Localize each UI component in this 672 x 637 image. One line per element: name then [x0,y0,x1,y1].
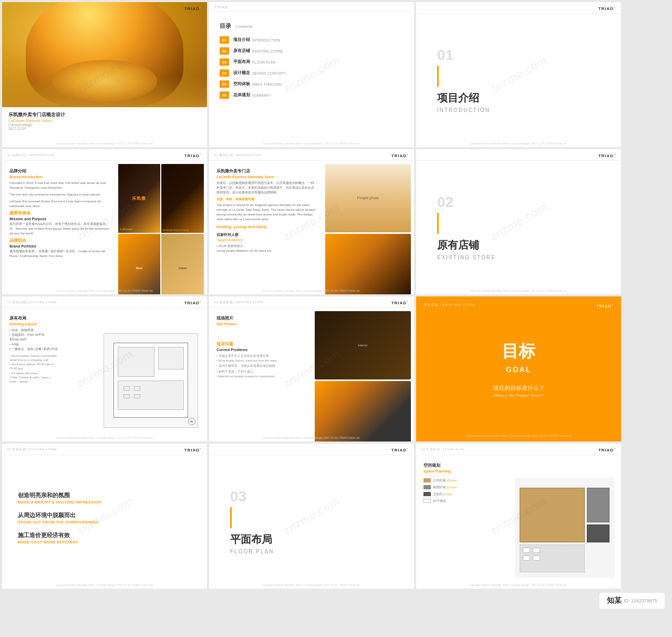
goal-2-en: STAND OUT FROM THE SURROUNDINGS [18,520,101,524]
toc-item-6: 06 总体规划 SUMMARY [220,91,404,99]
mission-text: 成为世界一流美食Pizza的公司，给客户美好的生活，快乐满满更多高兴。Becom… [9,222,110,236]
problems-en: Current Problems [216,348,307,352]
space-planning-page: 03 平面布局 | FLOOR PLAN TRIAD+ 空间规划 Space P… [416,444,621,589]
north-arrow: N [188,418,195,425]
goal-item-3: 施工造价更经济有效 MAKE COST MORE EFFICIENT [18,531,101,544]
page-header: 01 品牌介绍 | INTRODUCTION TRIAD+ [2,149,207,161]
brand-title-cn: 品牌分绍 [9,168,110,174]
legend-item-3: 卫生间 3 sqm [423,492,504,497]
cover-title-cn: 乐凯撒外卖专门店概念设计 [8,111,201,118]
page-header: 02 原有店铺 | EXISTING STORE TRIAD+ [2,444,207,455]
goal-question-en: What is the Project Goals? [494,393,544,398]
space-title-cn: 空间规划 [423,463,504,468]
site-photos-page: 02 原有店铺 | EXISTING STORE TRIAD+ 现场照片 Sit… [209,296,414,441]
problem1-en: • Store facade doesn't stand out from th… [216,358,307,363]
intro-title-page: TRIAD+ 01 项目介绍 INTRODUCTION znzmo.com La… [416,2,621,147]
brand-body: Founded in 2010, It now has more than 10… [9,181,110,190]
section-en: FLOOR PLAN [230,549,274,554]
space-legend: 公共区域 35 sqm 厨房区域 12 sqm 卫生间 3 sqm [423,478,504,504]
page-footer: LaCesar Express Specialty Store | Concep… [209,289,414,292]
page-header: TRIAD+ [416,149,621,161]
page-footer: LaCesar Express Specialty Store | Concep… [416,289,621,292]
legend-item-4: 10个座位 [423,499,504,504]
section-separator [437,66,439,87]
section-separator [437,213,439,234]
fp-room-kitchen [158,347,184,369]
page-header: TRIAD+ [416,2,621,14]
problems-block: 现存问题 Current Problems • 店铺立面不引人注目的从街道看过来… [216,342,307,379]
sp-toilet [587,525,610,542]
project-highlight-en: Inviting, young and lively [216,224,317,230]
brand-intro-left: 品牌分绍 Brand Introduction Founded in 2010,… [2,161,115,294]
mission-cn: 愿景和使命 [9,211,110,216]
goal-question-cn: 项目的目标是什么？ [493,384,545,392]
cover-subtitle: Concept design [8,123,201,127]
layout-left: 原有布局 Existing Layout • 街道、购物商场• 店铺面积：约40… [2,308,95,441]
zhizmo-id: ID: 1162378675 [624,598,657,603]
row-4: 02 原有店铺 | EXISTING STORE TRIAD+ 创造明亮亲和的氛… [2,444,670,589]
zhizmo-text: 知某 [607,596,622,605]
project-intro-content: 乐凯撒外卖专门店 LaCesar Express Specialty Store… [209,161,414,294]
goal-item-1: 创造明亮亲和的氛围 MAKE A BRIGHT & INVITING IMPRE… [18,491,101,504]
audience-text: • 20-30 岁的年轻人 [216,244,317,249]
section-cn: 平面布局 [230,532,274,547]
page-header: 03 平面布局 | FLOOR PLAN TRIAD+ [416,444,621,455]
audience-en: Target Audience [216,238,317,243]
brand-intro-right: LaCesar 乐凯撒 DURIAN PIZZA PIZZA Store Int… [115,161,208,294]
site-title-cn: 现场照片 [216,315,307,321]
section-en: EXISTING STORE [437,254,496,260]
row-2: 01 品牌介绍 | INTRODUCTION TRIAD+ 品牌分绍 Brand… [2,149,670,294]
toc-item-1: 01 项目介绍 INTRODUCTION [220,36,404,44]
page-header: 01 项目介绍 | INTRODUCTION TRIAD+ [209,149,414,161]
page-footer: LaCesar Express Specialty Store | Concep… [2,583,207,587]
layout-right: N [95,308,208,441]
space-left: 空间规划 Space Planning 公共区域 35 sqm 厨房区域 12 … [416,455,509,589]
toc-item-2: 02 原有店铺 EXISTING STORE [220,47,404,55]
page-footer: LaCesar Express Specialty Store | Concep… [2,436,207,439]
project-title-cn: 乐凯撒外卖专门店 [216,168,317,174]
project-body1: 本项目，以想象虚构的通用平面图为蓝本，以乐凯撒首创的概念，一种外卖专门店。本设计… [216,181,317,195]
portfolio-cn: 品牌组合 [9,238,110,243]
project-photo-people: People photo [325,164,411,233]
sp-corner [604,478,615,488]
layout-notes-cn: • 街道、购物商场• 店铺面积：约40-50平米和约60-80平• 4-8桌• … [9,328,90,352]
toc-item-3: 03 平面布局 FLOOR PLAN [220,58,404,66]
toc-item-5: 05 空间体验 WALK THROUGH [220,80,404,88]
row-1: TRIAD+ 乐凯撒外卖专门店概念设计 LaCesar Express Stor… [2,2,670,147]
problems-cn: 现存问题 [216,342,307,347]
existing-layout-content: 原有布局 Existing Layout • 街道、购物商场• 店铺面积：约40… [2,308,207,441]
problem3-cn: • 材料不直观，不利于施工 [216,369,307,374]
space-right [509,455,622,589]
floor-plan-inner [113,343,188,417]
page-footer: LaCesar Express Specialty Store | Concep… [416,142,621,145]
page-footer: LaCesar Express Specialty Store | Concep… [2,289,207,292]
portfolio-text: 橘乐凯撒的美食梦... 乐凯撒 / 巡匠精神 / 欢乐区。Cradle of G… [9,249,110,259]
space-planning-content: 空间规划 Space Planning 公共区域 35 sqm 厨房区域 12 … [416,455,621,589]
cover-info: 乐凯撒外卖专门店概念设计 LaCesar Express Store Conce… [2,107,207,135]
photo-grid: LaCesar 乐凯撒 DURIAN PIZZA PIZZA Store Int… [118,164,204,294]
space-title-en: Space Planning [423,469,504,473]
cover-title-en: LaCesar Express Store [8,118,201,123]
watermark: znzmo.com [281,495,343,538]
problem1-cn: • 店铺立面不引人注目的从街道看过来 [216,354,307,358]
project-highlight-cn: 活泼、年轻、和具有朝气感 [216,197,317,202]
photo-3: Store [118,234,161,294]
site-title-en: Site Photos [216,322,307,326]
mission-en: Mission and Purpose [9,217,110,221]
page-header-brand: TRIAD [214,5,228,9]
page-header: TRIAD [209,2,414,12]
watermark: znzmo.com [488,200,550,243]
space-plan-box [515,478,615,578]
row-3: 02 原有店铺 | EXISTING STORE TRIAD+ 原有布局 Exi… [2,296,670,441]
site-photos-content: 现场照片 Site Photos 现存问题 Current Problems •… [209,308,414,441]
toc-page: TRIAD 目录 Contents 01 项目介绍 INTRODUCTION 0… [209,2,414,147]
section-num: 02 [437,194,496,211]
section-num: 03 [230,488,274,505]
brand-intro-page: 01 品牌介绍 | INTRODUCTION TRIAD+ 品牌分绍 Brand… [2,149,207,294]
audience-text-en: young people Between 20-30 years old [216,249,317,253]
problem2-cn: • 店内不够明亮，光线从街道看起来比较暗 [216,364,307,368]
brand-intro-content: 品牌分绍 Brand Introduction Founded in 2010,… [2,161,207,294]
site-right: Interior 乐凯撒 [312,308,414,441]
brand-story: The one and only enterprise invented by … [9,192,110,197]
watermark: znzmo.com [488,53,550,96]
